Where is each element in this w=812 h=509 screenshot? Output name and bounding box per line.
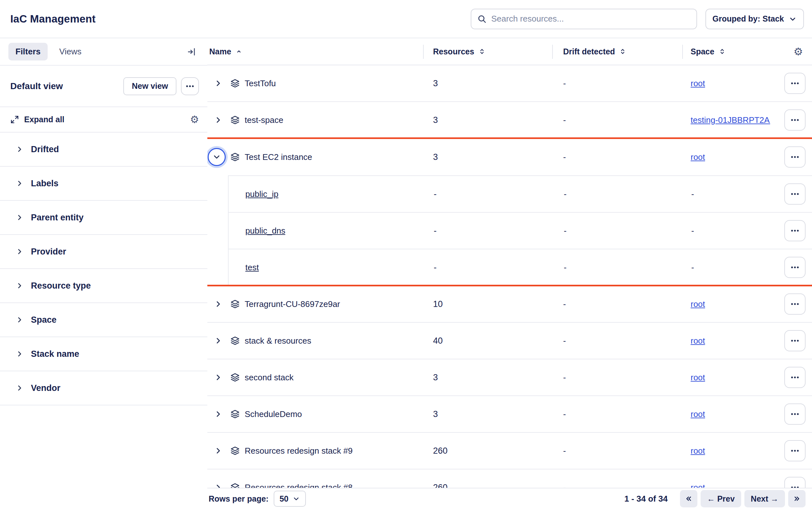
space-link[interactable]: root (691, 409, 705, 419)
actions-cell (770, 257, 806, 278)
filter-section-vendor[interactable]: Vendor (0, 371, 207, 405)
stack-icon (230, 446, 239, 455)
space-cell: root (682, 336, 770, 346)
space-cell: root (682, 78, 770, 89)
filter-section-drifted[interactable]: Drifted (0, 133, 207, 167)
space-link[interactable]: root (691, 78, 705, 88)
filter-section-provider[interactable]: Provider (0, 235, 207, 269)
resources-cell: - (424, 263, 553, 273)
actions-cell (770, 367, 806, 388)
row-name: Test EC2 instance (245, 152, 312, 162)
chevron-down-icon (292, 495, 300, 503)
expand-row-button[interactable] (213, 298, 224, 310)
resources-table-panel: Name Resources Drift detected Space ⚙ (207, 38, 812, 509)
drift-cell: - (552, 409, 682, 419)
next-page-button[interactable]: Next → (744, 490, 785, 507)
rows-per-page-select[interactable]: 50 (274, 491, 306, 507)
resources-cell: 3 (423, 152, 552, 162)
resources-cell: 40 (423, 336, 552, 346)
name-cell: Resources redesign stack #8 (207, 482, 423, 488)
actions-cell (770, 146, 806, 168)
column-header-name[interactable]: Name (207, 47, 423, 56)
resources-cell: 3 (423, 115, 552, 125)
tab-views[interactable]: Views (52, 43, 89, 61)
chevron-right-icon (15, 350, 24, 358)
row-actions-button[interactable] (784, 220, 806, 241)
row-actions-button[interactable] (784, 367, 806, 388)
row-actions-button[interactable] (784, 404, 806, 425)
resources-cell: - (424, 226, 553, 236)
expand-row-button[interactable] (213, 408, 224, 420)
space-link[interactable]: testing-01JBBRPT2AN (691, 115, 770, 125)
row-actions-button[interactable] (784, 183, 806, 205)
collapse-sidebar-button[interactable] (184, 44, 199, 59)
space-link[interactable]: root (691, 446, 705, 455)
expand-all-icon[interactable] (10, 115, 19, 124)
collapse-row-button[interactable] (208, 148, 226, 166)
resource-name-link[interactable]: test (245, 263, 259, 273)
name-cell: TestTofu (207, 77, 423, 89)
filter-label: Resource type (31, 281, 91, 291)
chevron-right-icon (214, 446, 223, 455)
resource-child-rows: public_ip - - - public_dns - - - (228, 175, 812, 285)
name-cell: public_ip (229, 189, 424, 199)
actions-cell (770, 183, 806, 205)
filter-section-labels[interactable]: Labels (0, 167, 207, 201)
name-cell: Resources redesign stack #9 (207, 445, 423, 456)
stack-icon (230, 410, 239, 418)
row-actions-button[interactable] (784, 330, 806, 351)
ellipsis-icon (790, 263, 800, 272)
expand-row-button[interactable] (213, 482, 224, 488)
expand-row-button[interactable] (213, 77, 224, 89)
prev-page-button[interactable]: ← Prev (701, 490, 741, 507)
expand-row-button[interactable] (213, 372, 224, 383)
space-link[interactable]: root (691, 152, 705, 162)
filter-section-stack-name[interactable]: Stack name (0, 337, 207, 371)
expand-row-button[interactable] (213, 445, 224, 456)
new-view-button[interactable]: New view (123, 77, 176, 95)
row-actions-button[interactable] (784, 146, 806, 168)
name-cell: public_dns (229, 226, 424, 236)
table-settings-icon[interactable]: ⚙ (793, 46, 803, 57)
row-actions-button[interactable] (784, 257, 806, 278)
chevron-slot (213, 335, 224, 346)
row-actions-button[interactable] (784, 109, 806, 131)
space-link[interactable]: root (691, 299, 705, 309)
expand-all-label[interactable]: Expand all (24, 115, 64, 124)
ellipsis-icon (790, 78, 800, 88)
last-page-button[interactable] (788, 490, 806, 507)
filter-label: Stack name (31, 349, 79, 359)
first-page-button[interactable] (680, 490, 697, 507)
expand-row-button[interactable] (213, 114, 224, 126)
row-actions-button[interactable] (784, 294, 806, 315)
row-actions-button[interactable] (784, 73, 806, 94)
table-row: test-space 3 - testing-01JBBRPT2AN (207, 102, 812, 139)
column-header-resources[interactable]: Resources (423, 47, 552, 56)
filters-settings-icon[interactable]: ⚙ (190, 114, 199, 125)
filter-section-parent-entity[interactable]: Parent entity (0, 201, 207, 235)
column-header-drift-detected[interactable]: Drift detected (552, 47, 682, 56)
column-header-space[interactable]: Space (682, 47, 770, 56)
expand-row-button[interactable] (213, 335, 224, 346)
sidebar-tabs: Filters Views (0, 38, 207, 66)
space-link[interactable]: root (691, 373, 705, 382)
ellipsis-icon (790, 373, 800, 382)
resource-name-link[interactable]: public_ip (245, 189, 279, 199)
filter-section-resource-type[interactable]: Resource type (0, 269, 207, 303)
row-actions-button[interactable] (784, 440, 806, 462)
table-header-row: Name Resources Drift detected Space ⚙ (207, 38, 812, 65)
drift-cell: - (552, 115, 682, 125)
space-value: - (691, 226, 694, 236)
grouped-by-dropdown[interactable]: Grouped by: Stack (706, 9, 804, 29)
row-actions-button[interactable] (784, 477, 806, 488)
space-link[interactable]: root (691, 483, 705, 488)
filter-label: Vendor (31, 383, 61, 393)
view-options-button[interactable] (181, 77, 199, 95)
space-link[interactable]: root (691, 336, 705, 345)
filter-section-space[interactable]: Space (0, 303, 207, 337)
search-input[interactable] (491, 14, 691, 24)
name-cell: ScheduleDemo (207, 408, 423, 420)
resources-cell: 260 (423, 483, 552, 488)
tab-filters[interactable]: Filters (8, 43, 47, 61)
resource-name-link[interactable]: public_dns (245, 226, 285, 236)
